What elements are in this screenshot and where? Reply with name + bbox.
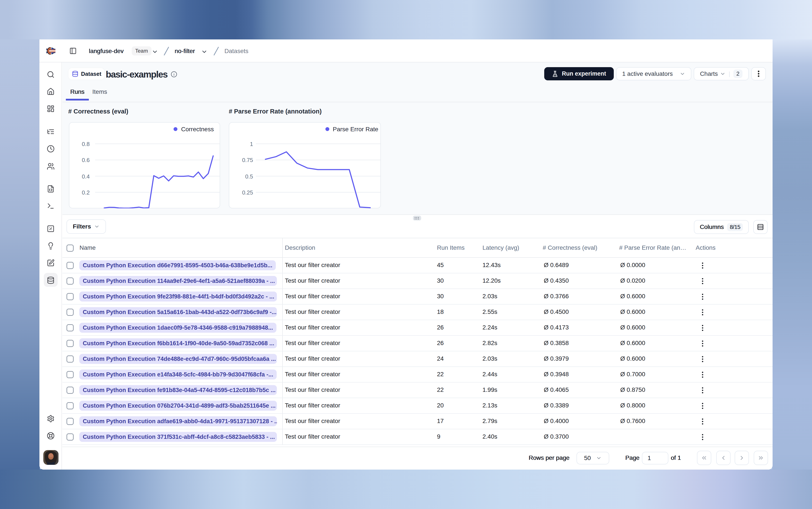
svg-text:Parse Error Rate: Parse Error Rate [333,126,378,133]
svg-text:Correctness: Correctness [181,126,214,133]
